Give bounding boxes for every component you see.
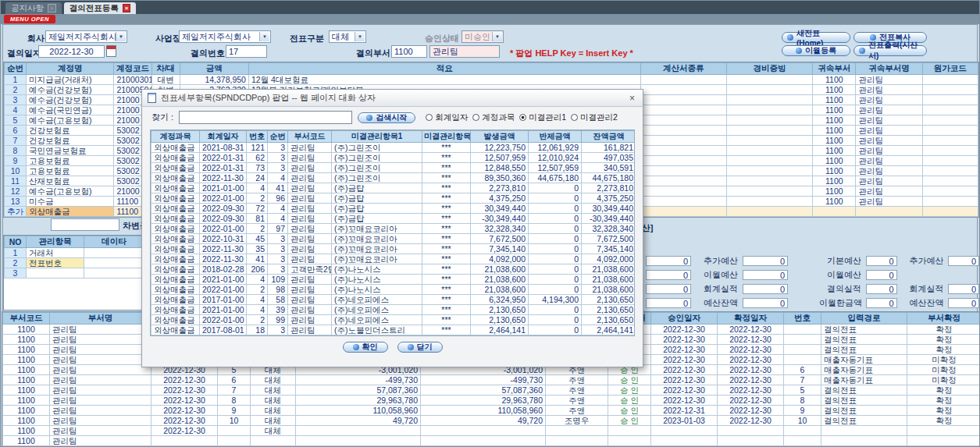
cell[interactable]: 2,130,650 (582, 305, 636, 315)
cell[interactable]: 12,010,924 (529, 153, 582, 163)
cell[interactable] (640, 105, 726, 115)
cell[interactable] (922, 85, 978, 95)
cell[interactable]: 2 (247, 193, 268, 204)
cell[interactable]: 확정 (907, 325, 980, 335)
cell[interactable]: 8 (5, 146, 27, 156)
cell[interactable]: 결의전표 (821, 345, 907, 355)
cell[interactable]: 미확정 (907, 355, 980, 365)
cell[interactable]: 0 (529, 234, 582, 244)
table-row[interactable]: 외상매출금2017-01-00458관리팀(주)네오피에스***6,324,95… (151, 295, 636, 305)
cell[interactable]: 21,038,600 (582, 285, 636, 295)
cell[interactable]: 2022-12-30 (151, 375, 218, 385)
cell[interactable]: 57,087,360 (421, 385, 546, 396)
cell[interactable]: 대체 (251, 406, 296, 416)
budget-value-field[interactable]: 0 (646, 256, 691, 266)
cell[interactable]: 0 (529, 285, 582, 295)
cell[interactable]: 추가 (5, 207, 27, 217)
cell[interactable] (813, 207, 856, 217)
cell[interactable]: *** (422, 143, 471, 153)
cell[interactable]: 거래처 (27, 248, 84, 258)
cell[interactable]: 전표번호 (27, 258, 84, 268)
carryover-register-button[interactable]: 이월등록 (782, 45, 850, 56)
cell[interactable]: 12 (5, 186, 27, 197)
cell[interactable]: (주)나노시스 (332, 275, 422, 285)
cell[interactable]: 2017-01-00 (200, 295, 247, 305)
cell[interactable]: -499,730 (296, 375, 421, 385)
cell[interactable]: 0 (529, 315, 582, 325)
cell[interactable]: 관리팀 (50, 416, 151, 426)
cell[interactable] (718, 436, 784, 446)
cell[interactable]: 5 (5, 115, 27, 126)
cell[interactable]: 외상매출금 (151, 183, 200, 193)
cell[interactable]: 62 (247, 153, 268, 163)
cell[interactable] (640, 126, 726, 136)
cell[interactable]: *** (422, 214, 471, 224)
cell[interactable]: 21,038,600 (471, 275, 529, 285)
cell[interactable]: 7 (5, 136, 27, 146)
cell[interactable]: 관리팀 (50, 426, 151, 436)
cell[interactable]: 2021-01-00 (200, 305, 247, 315)
cell[interactable]: 외상매출금 (151, 315, 200, 325)
cell[interactable] (856, 207, 922, 217)
cell[interactable]: 확정 (907, 335, 980, 345)
table-row[interactable]: 외상매출금2021-08-311213관리팀(주)그린조이***12,223,7… (151, 143, 636, 153)
cell[interactable] (84, 248, 144, 258)
cell[interactable]: 44,675,180 (582, 173, 636, 183)
budget-value-field[interactable]: 0 (948, 284, 979, 294)
close-button[interactable]: 닫기 (397, 342, 443, 353)
cell[interactable]: 4,375,250 (582, 193, 636, 204)
cell[interactable]: *** (422, 244, 471, 254)
cell[interactable] (640, 166, 726, 176)
table-row[interactable]: 1100관리팀2022-12-3010대체49,72049,720조명우승 인2… (3, 416, 980, 426)
cell[interactable]: 2022-10-31 (200, 234, 247, 244)
cell[interactable]: 1100 (3, 325, 50, 335)
budget-value-field[interactable]: 0 (948, 298, 979, 308)
table-row[interactable]: 외상매출금2022-09-30724관리팀(주)금탑***30,349,4400… (151, 204, 636, 214)
cell[interactable] (726, 207, 812, 217)
cell[interactable]: 39 (268, 305, 288, 315)
cell[interactable]: 승 인 (608, 396, 651, 406)
cell[interactable]: 1100 (3, 375, 50, 385)
calendar-icon[interactable] (106, 45, 116, 57)
cell[interactable] (784, 325, 821, 335)
cell[interactable] (784, 426, 821, 436)
table-row[interactable]: 1100관리팀 (3, 436, 980, 446)
cell[interactable]: 8 (218, 396, 251, 406)
radio-미결관리1[interactable]: 미결관리1 (519, 112, 566, 123)
cell[interactable]: 3 (268, 234, 288, 244)
cell[interactable]: 예수금(국민연금) (27, 105, 114, 115)
cell[interactable]: 매출자동기표 (821, 365, 907, 375)
cell[interactable]: 2,130,650 (582, 315, 636, 325)
cell[interactable]: 관리팀 (288, 325, 332, 335)
cell[interactable]: 2,130,650 (471, 315, 529, 325)
cell[interactable]: 3 (5, 268, 27, 278)
table-row[interactable]: 외상매출금2022-11-30413관리팀(주)꼬매요코리아***4,092,0… (151, 254, 636, 264)
cell[interactable]: 국민연금보험료 (27, 146, 114, 156)
cell[interactable]: 2,464,141 (471, 325, 529, 335)
cell[interactable]: -30,349,440 (471, 214, 529, 224)
cell[interactable]: 2022-11-30 (200, 254, 247, 264)
cell[interactable]: 4,092,000 (471, 254, 529, 264)
cell[interactable] (726, 105, 812, 115)
cell[interactable]: 관리팀 (288, 285, 332, 295)
cell[interactable]: 2022-12-30 (718, 375, 784, 385)
cell[interactable]: 2022-12-30 (651, 375, 718, 385)
cell[interactable]: 관리팀 (856, 176, 922, 186)
cell[interactable] (251, 436, 296, 446)
cell[interactable]: 1100 (3, 416, 50, 426)
cell[interactable]: 98 (268, 285, 288, 295)
cell[interactable]: 1100 (3, 426, 50, 436)
cell[interactable]: 12,507,959 (471, 153, 529, 163)
cell[interactable]: (주)네오피에스 (332, 295, 422, 305)
cell[interactable] (546, 426, 608, 436)
cell[interactable]: 예수금(고용보험) (27, 186, 114, 197)
budget-value-field[interactable]: 0 (646, 270, 691, 280)
table-row[interactable]: 외상매출금2021-01-00439관리팀(주)네오피에스***2,130,65… (151, 305, 636, 315)
cell[interactable]: (주)나노시스 (332, 285, 422, 295)
cell[interactable]: 3 (268, 143, 288, 153)
cell[interactable]: 2022-12-30 (151, 426, 218, 436)
cell[interactable]: 관리팀 (856, 105, 922, 115)
cell[interactable]: 2021-08-31 (200, 143, 247, 153)
cell[interactable]: 49,720 (421, 416, 546, 426)
cell[interactable] (296, 426, 421, 436)
